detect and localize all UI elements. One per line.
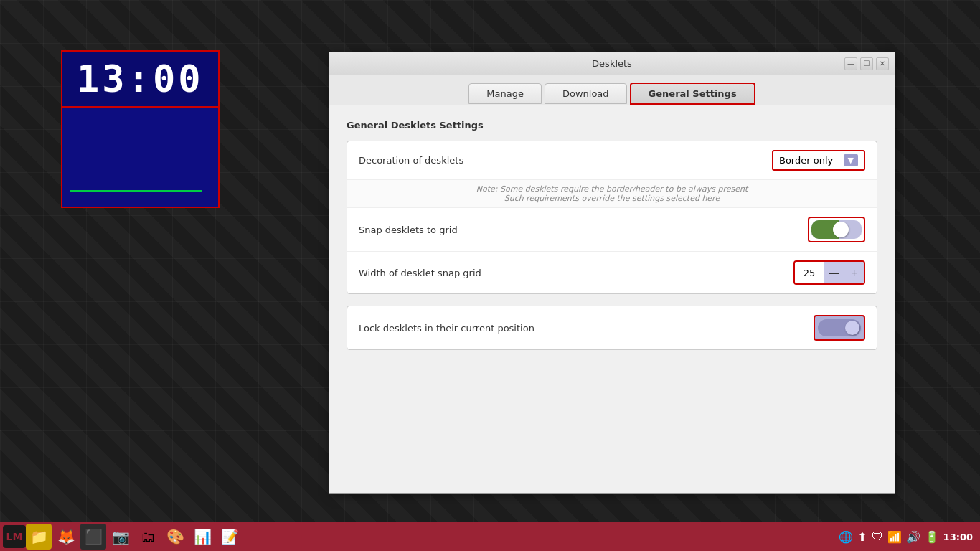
tab-download[interactable]: Download [545, 83, 627, 104]
snap-toggle-knob [833, 222, 849, 237]
note-line2: Such requirements override the settings … [504, 194, 720, 203]
decoration-dropdown[interactable]: Border only ▼ [772, 150, 865, 171]
width-row: Width of desklet snap grid 25 — + [347, 252, 877, 293]
taskbar-app-sheets[interactable]: 📊 [189, 524, 215, 550]
decoration-panel: Decoration of desklets Border only ▼ Not… [347, 141, 877, 294]
taskbar: LM 📁 🦊 ⬛ 📷 🗂 🎨 📊 📝 🌐 ⬆ 🛡 📶 🔊 🔋 13:00 [0, 522, 980, 551]
taskbar-app-paint[interactable]: 🎨 [162, 524, 188, 550]
number-input: 25 — + [793, 260, 865, 285]
lock-row: Lock desklets in their current position … [347, 306, 877, 349]
decoration-control: Border only ▼ [772, 150, 865, 171]
tab-bar: Manage Download General Settings [329, 75, 895, 105]
tray-volume-icon[interactable]: 🔊 [906, 530, 920, 544]
snap-control [808, 217, 865, 242]
taskbar-clock: 13:00 [943, 532, 973, 542]
lock-toggle-knob [845, 321, 859, 335]
tab-general-settings[interactable]: General Settings [630, 83, 755, 105]
taskbar-app-notes[interactable]: 📝 [217, 524, 242, 550]
window-title: Desklets [592, 58, 632, 69]
window-content: General Desklets Settings Decoration of … [329, 105, 895, 493]
increment-button[interactable]: + [844, 262, 864, 283]
decoration-value: Border only [779, 155, 833, 166]
lock-panel: Lock desklets in their current position … [347, 306, 877, 350]
taskbar-app-filemanager[interactable]: 📁 [26, 524, 52, 550]
width-control: 25 — + [793, 260, 865, 285]
taskbar-app-terminal[interactable]: ⬛ [80, 524, 106, 550]
window-titlebar: Desklets — ☐ ✕ [329, 52, 895, 75]
taskbar-tray: 🌐 ⬆ 🛡 📶 🔊 🔋 13:00 [839, 530, 977, 544]
section-title: General Desklets Settings [347, 120, 877, 131]
lock-label: Lock desklets in their current position [359, 323, 814, 334]
snap-toggle-wrapper [808, 217, 865, 242]
tray-battery-icon: 🔋 [925, 530, 939, 544]
decoration-label: Decoration of desklets [359, 155, 772, 166]
number-value: 25 [795, 265, 824, 281]
taskbar-app-screenshot[interactable]: 📷 [108, 524, 133, 550]
close-button[interactable]: ✕ [876, 57, 889, 70]
maximize-button[interactable]: ☐ [860, 57, 873, 70]
window-controls: — ☐ ✕ [844, 57, 889, 70]
snap-row: Snap desklets to grid [347, 208, 877, 252]
taskbar-app-files[interactable]: 🗂 [135, 524, 161, 550]
desklets-window: Desklets — ☐ ✕ Manage Download General S… [329, 52, 895, 494]
tray-upload-icon[interactable]: ⬆ [857, 530, 867, 544]
desktop: 13:00 Desklets — ☐ ✕ Manage Download Gen… [0, 0, 980, 551]
lock-control: O [814, 315, 865, 341]
decrement-button[interactable]: — [824, 262, 844, 283]
taskbar-start-button[interactable]: LM [3, 525, 26, 548]
note-line1: Note: Some desklets require the border/h… [476, 184, 748, 194]
clock-calendar [61, 108, 220, 208]
decoration-row: Decoration of desklets Border only ▼ [347, 141, 877, 180]
tray-shield-icon[interactable]: 🛡 [872, 530, 883, 544]
tray-wifi-icon[interactable]: 📶 [887, 530, 902, 544]
lock-toggle-container: O [814, 315, 865, 341]
width-label: Width of desklet snap grid [359, 268, 793, 278]
dropdown-arrow-icon: ▼ [844, 154, 858, 166]
snap-label: Snap desklets to grid [359, 225, 808, 235]
taskbar-apps: 📁 🦊 ⬛ 📷 🗂 🎨 📊 📝 [26, 524, 839, 550]
lock-toggle[interactable]: O [818, 319, 861, 336]
taskbar-app-firefox[interactable]: 🦊 [53, 524, 79, 550]
note-row: Note: Some desklets require the border/h… [347, 180, 877, 208]
snap-toggle[interactable] [811, 220, 862, 239]
tray-globe-icon[interactable]: 🌐 [839, 530, 853, 544]
minimize-button[interactable]: — [844, 57, 857, 70]
tab-manage[interactable]: Manage [468, 83, 542, 104]
clock-widget: 13:00 [61, 50, 220, 208]
clock-time-display: 13:00 [61, 50, 220, 108]
